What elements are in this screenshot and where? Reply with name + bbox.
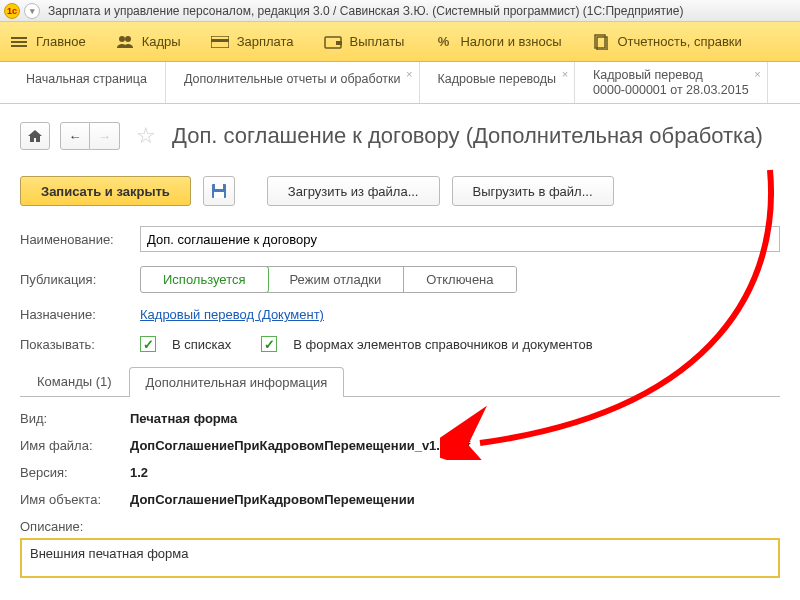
titlebar: 1c ▾ Зарплата и управление персоналом, р… xyxy=(0,0,800,22)
tab-start[interactable]: Начальная страница xyxy=(8,62,166,103)
menu-payments[interactable]: Выплаты xyxy=(324,34,405,49)
menu-reports-label: Отчетность, справки xyxy=(618,34,742,49)
menu-taxes[interactable]: % Налоги и взносы xyxy=(434,34,561,49)
name-input[interactable] xyxy=(140,226,780,252)
menu-main[interactable]: Главное xyxy=(10,34,86,49)
inner-tabs: Команды (1) Дополнительная информация xyxy=(20,366,780,397)
object-value: ДопСоглашениеПриКадровомПеремещении xyxy=(130,492,415,507)
document-tabs: Начальная страница Дополнительные отчеты… xyxy=(0,62,800,104)
file-label: Имя файла: xyxy=(20,438,130,453)
close-icon[interactable]: × xyxy=(754,68,760,81)
tab-commands[interactable]: Команды (1) xyxy=(20,366,129,396)
tab-additional-info[interactable]: Дополнительная информация xyxy=(129,367,345,397)
card-icon xyxy=(211,35,229,49)
pub-debug[interactable]: Режим отладки xyxy=(268,267,405,292)
pub-off[interactable]: Отключена xyxy=(404,267,515,292)
menu-salary-label: Зарплата xyxy=(237,34,294,49)
svg-rect-5 xyxy=(336,41,342,45)
desc-label: Описание: xyxy=(20,519,130,534)
hamburger-icon xyxy=(10,35,28,49)
publication-row: Публикация: Используется Режим отладки О… xyxy=(20,266,780,293)
show-row: Показывать: ✓ В списках ✓ В формах элеме… xyxy=(20,336,780,352)
object-label: Имя объекта: xyxy=(20,492,130,507)
publication-toggle: Используется Режим отладки Отключена xyxy=(140,266,517,293)
app-1c-icon: 1c xyxy=(4,3,20,19)
menu-hr[interactable]: Кадры xyxy=(116,34,181,49)
menu-taxes-label: Налоги и взносы xyxy=(460,34,561,49)
tab-transfers[interactable]: Кадровые переводы× xyxy=(420,62,576,103)
show-label: Показывать: xyxy=(20,337,130,352)
dropdown-icon[interactable]: ▾ xyxy=(24,3,40,19)
doc-icon xyxy=(592,35,610,49)
save-close-button[interactable]: Записать и закрыть xyxy=(20,176,191,206)
close-icon[interactable]: × xyxy=(406,68,412,80)
file-value: ДопСоглашениеПриКадровомПеремещении_v1.2… xyxy=(130,438,470,453)
type-label: Вид: xyxy=(20,411,130,426)
publication-label: Публикация: xyxy=(20,272,130,287)
page-title: Доп. соглашение к договору (Дополнительн… xyxy=(172,123,763,149)
tab-transfer-doc[interactable]: Кадровый перевод 0000-000001 от 28.03.20… xyxy=(575,62,768,103)
header-row: ← → ☆ Доп. соглашение к договору (Дополн… xyxy=(20,122,780,150)
svg-rect-10 xyxy=(214,192,224,198)
nav-group: ← → xyxy=(60,122,120,150)
tab-reports-proc[interactable]: Дополнительные отчеты и обработки× xyxy=(166,62,420,103)
content-area: ← → ☆ Доп. соглашение к договору (Дополн… xyxy=(0,104,800,578)
show-lists-label: В списках xyxy=(172,337,231,352)
save-button[interactable] xyxy=(203,176,235,206)
menu-reports[interactable]: Отчетность, справки xyxy=(592,34,742,49)
svg-rect-3 xyxy=(211,39,229,42)
load-button[interactable]: Загрузить из файла... xyxy=(267,176,440,206)
main-menu: Главное Кадры Зарплата Выплаты % Налоги … xyxy=(0,22,800,62)
purpose-row: Назначение: Кадровый перевод (Документ) xyxy=(20,307,780,322)
name-row: Наименование: xyxy=(20,226,780,252)
type-value: Печатная форма xyxy=(130,411,237,426)
version-label: Версия: xyxy=(20,465,130,480)
purpose-label: Назначение: xyxy=(20,307,130,322)
show-forms-label: В формах элементов справочников и докуме… xyxy=(293,337,592,352)
svg-point-0 xyxy=(119,36,125,42)
toolbar: Записать и закрыть Загрузить из файла...… xyxy=(20,176,780,206)
menu-main-label: Главное xyxy=(36,34,86,49)
export-button[interactable]: Выгрузить в файл... xyxy=(452,176,614,206)
home-button[interactable] xyxy=(20,122,50,150)
window-title: Зарплата и управление персоналом, редакц… xyxy=(48,4,683,18)
version-value: 1.2 xyxy=(130,465,148,480)
show-forms-checkbox[interactable]: ✓ xyxy=(261,336,277,352)
wallet-icon xyxy=(324,35,342,49)
favorite-star-icon[interactable]: ☆ xyxy=(136,123,156,149)
people-icon xyxy=(116,35,134,49)
menu-salary[interactable]: Зарплата xyxy=(211,34,294,49)
purpose-link[interactable]: Кадровый перевод (Документ) xyxy=(140,307,324,322)
pub-used[interactable]: Используется xyxy=(140,266,269,293)
name-label: Наименование: xyxy=(20,232,130,247)
svg-rect-9 xyxy=(215,184,223,189)
menu-hr-label: Кадры xyxy=(142,34,181,49)
description-textarea[interactable]: Внешния печатная форма xyxy=(20,538,780,578)
back-button[interactable]: ← xyxy=(60,122,90,150)
close-icon[interactable]: × xyxy=(562,68,568,80)
forward-button[interactable]: → xyxy=(90,122,120,150)
menu-payments-label: Выплаты xyxy=(350,34,405,49)
percent-icon: % xyxy=(434,35,452,49)
show-lists-checkbox[interactable]: ✓ xyxy=(140,336,156,352)
svg-point-1 xyxy=(125,36,131,42)
